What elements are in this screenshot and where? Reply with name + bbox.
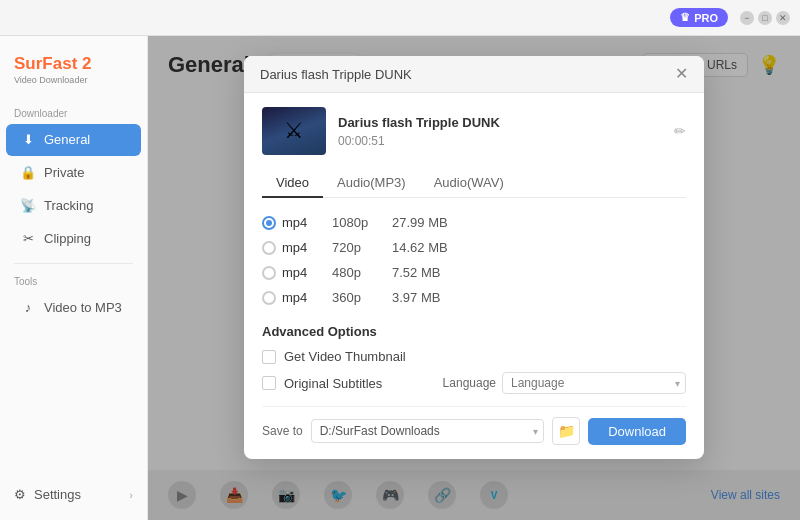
sidebar-item-general[interactable]: ⬇ General [6, 124, 141, 156]
res-360p: 360p [332, 290, 392, 305]
format-720p: mp4 [282, 240, 307, 255]
res-720p: 720p [332, 240, 392, 255]
modal-close-button[interactable]: ✕ [675, 66, 688, 82]
modal-overlay: Darius flash Tripple DUNK ✕ ⚔ Darius fla… [148, 36, 800, 520]
thumbnail-checkbox[interactable] [262, 350, 276, 364]
sidebar-item-clipping-label: Clipping [44, 231, 91, 246]
video-meta: Darius flash Tripple DUNK 00:00:51 [338, 115, 662, 148]
download-icon: ⬇ [20, 132, 36, 148]
format-360p: mp4 [282, 290, 307, 305]
topbar: ♛ PRO − □ ✕ [0, 0, 800, 36]
app-name: SurFast 2 [14, 54, 92, 74]
quality-item-1080p: mp4 1080p 27.99 MB [262, 210, 686, 235]
video-duration: 00:00:51 [338, 134, 662, 148]
advanced-options-title: Advanced Options [262, 324, 686, 339]
download-modal: Darius flash Tripple DUNK ✕ ⚔ Darius fla… [244, 56, 704, 459]
sidebar-divider [14, 263, 133, 264]
folder-icon: 📁 [558, 423, 575, 439]
radio-circle-360p[interactable] [262, 291, 276, 305]
quality-item-720p: mp4 720p 14.62 MB [262, 235, 686, 260]
radio-1080p[interactable]: mp4 [262, 215, 332, 230]
crown-icon: ♛ [680, 11, 690, 24]
tracking-icon: 📡 [20, 198, 36, 214]
size-720p: 14.62 MB [392, 240, 448, 255]
sidebar-item-tracking[interactable]: 📡 Tracking [6, 190, 141, 222]
pro-label: PRO [694, 12, 718, 24]
sidebar-item-private-label: Private [44, 165, 84, 180]
settings-item[interactable]: ⚙ Settings › [0, 479, 147, 510]
radio-720p[interactable]: mp4 [262, 240, 332, 255]
download-button[interactable]: Download [588, 418, 686, 445]
language-wrapper: ▾ [502, 372, 686, 394]
settings-arrow: › [129, 489, 133, 501]
thumbnail-label: Get Video Thumbnail [284, 349, 406, 364]
language-selector: Language ▾ [443, 372, 686, 394]
save-path-wrap: ▾ [311, 419, 544, 443]
lock-icon: 🔒 [20, 165, 36, 181]
subtitles-checkbox[interactable] [262, 376, 276, 390]
thumb-char: ⚔ [284, 118, 304, 144]
language-input[interactable] [502, 372, 686, 394]
res-1080p: 1080p [332, 215, 392, 230]
video-info-row: ⚔ Darius flash Tripple DUNK 00:00:51 ✏ [262, 107, 686, 155]
clipping-icon: ✂ [20, 231, 36, 247]
size-1080p: 27.99 MB [392, 215, 448, 230]
close-window-button[interactable]: ✕ [776, 11, 790, 25]
tab-video[interactable]: Video [262, 169, 323, 198]
radio-circle-480p[interactable] [262, 266, 276, 280]
format-1080p: mp4 [282, 215, 307, 230]
sidebar-item-private[interactable]: 🔒 Private [6, 157, 141, 189]
modal-header: Darius flash Tripple DUNK ✕ [244, 56, 704, 93]
settings-icon: ⚙ [14, 487, 26, 502]
save-row: Save to ▾ 📁 Download [262, 406, 686, 445]
minimize-button[interactable]: − [740, 11, 754, 25]
format-480p: mp4 [282, 265, 307, 280]
pro-badge[interactable]: ♛ PRO [670, 8, 728, 27]
app-logo: SurFast 2 Video Downloader [0, 46, 147, 102]
thumbnail-option-row: Get Video Thumbnail [262, 349, 686, 364]
subtitles-label: Original Subtitles [284, 376, 382, 391]
radio-circle-1080p[interactable] [262, 216, 276, 230]
radio-circle-720p[interactable] [262, 241, 276, 255]
tools-section-label: Tools [0, 272, 147, 291]
video-thumbnail: ⚔ [262, 107, 326, 155]
sidebar-item-video-to-mp3[interactable]: ♪ Video to MP3 [6, 292, 141, 324]
music-icon: ♪ [20, 300, 36, 316]
maximize-button[interactable]: □ [758, 11, 772, 25]
language-label: Language [443, 376, 496, 390]
browse-folder-button[interactable]: 📁 [552, 417, 580, 445]
save-chevron-icon: ▾ [533, 426, 538, 437]
size-480p: 7.52 MB [392, 265, 440, 280]
quality-item-480p: mp4 480p 7.52 MB [262, 260, 686, 285]
sidebar-item-clipping[interactable]: ✂ Clipping [6, 223, 141, 255]
downloader-section-label: Downloader [0, 102, 147, 123]
modal-title: Darius flash Tripple DUNK [260, 67, 412, 82]
subtitles-option-row: Original Subtitles Language ▾ [262, 372, 686, 394]
res-480p: 480p [332, 265, 392, 280]
sidebar: SurFast 2 Video Downloader Downloader ⬇ … [0, 36, 148, 520]
settings-label: Settings [34, 487, 81, 502]
edit-icon[interactable]: ✏ [674, 123, 686, 139]
modal-body: ⚔ Darius flash Tripple DUNK 00:00:51 ✏ V… [244, 93, 704, 459]
save-path-input[interactable] [311, 419, 544, 443]
quality-item-360p: mp4 360p 3.97 MB [262, 285, 686, 310]
sidebar-item-video-to-mp3-label: Video to MP3 [44, 300, 122, 315]
size-360p: 3.97 MB [392, 290, 440, 305]
quality-list: mp4 1080p 27.99 MB mp4 720p 14.62 MB [262, 210, 686, 310]
save-to-label: Save to [262, 424, 303, 438]
sidebar-item-general-label: General [44, 132, 90, 147]
thumb-inner: ⚔ [262, 107, 326, 155]
radio-480p[interactable]: mp4 [262, 265, 332, 280]
app-subtitle: Video Downloader [14, 75, 92, 86]
format-tabs: Video Audio(MP3) Audio(WAV) [262, 169, 686, 198]
radio-360p[interactable]: mp4 [262, 290, 332, 305]
sidebar-item-tracking-label: Tracking [44, 198, 93, 213]
video-name: Darius flash Tripple DUNK [338, 115, 662, 130]
tab-audio-mp3[interactable]: Audio(MP3) [323, 169, 420, 198]
tab-audio-wav[interactable]: Audio(WAV) [420, 169, 518, 198]
